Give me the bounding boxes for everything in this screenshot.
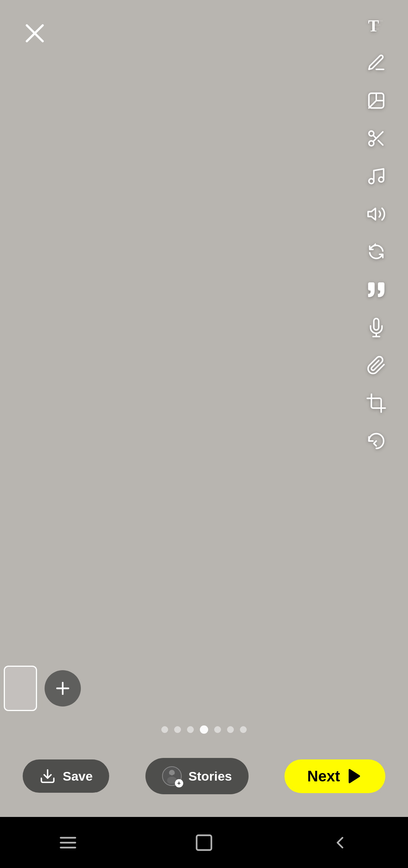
undo-icon[interactable]	[363, 427, 390, 455]
home-icon[interactable]	[194, 833, 214, 852]
dot-7[interactable]	[240, 726, 247, 733]
bottom-left-area	[0, 666, 81, 711]
next-label: Next	[307, 768, 340, 785]
svg-text:T: T	[368, 17, 379, 35]
dot-5[interactable]	[214, 726, 221, 733]
page-dots	[161, 725, 247, 734]
svg-marker-11	[368, 208, 376, 220]
volume-icon[interactable]	[363, 200, 390, 228]
add-story-plus: +	[175, 779, 183, 787]
svg-line-7	[378, 140, 383, 145]
svg-point-9	[369, 179, 374, 184]
dot-6[interactable]	[227, 726, 234, 733]
menu-icon[interactable]	[58, 833, 78, 852]
dot-3[interactable]	[187, 726, 194, 733]
right-toolbar: T	[363, 11, 390, 455]
sticker-icon[interactable]	[363, 87, 390, 114]
music-icon[interactable]	[363, 163, 390, 190]
story-thumbnail[interactable]	[4, 666, 37, 711]
dot-2[interactable]	[174, 726, 181, 733]
next-button[interactable]: Next	[284, 759, 385, 793]
svg-point-10	[379, 177, 384, 182]
mic-icon[interactable]	[363, 314, 390, 341]
close-button[interactable]	[20, 18, 50, 48]
scissors-icon[interactable]	[363, 125, 390, 152]
link-icon[interactable]	[363, 352, 390, 379]
svg-line-8	[373, 135, 376, 138]
save-label: Save	[63, 769, 93, 784]
quote-icon[interactable]	[363, 276, 390, 303]
add-button[interactable]	[45, 670, 81, 707]
svg-point-19	[169, 770, 175, 776]
dot-4[interactable]	[200, 725, 208, 734]
stories-label: Stories	[189, 769, 232, 784]
stories-button[interactable]: + Stories	[145, 758, 249, 794]
save-button[interactable]: Save	[23, 759, 109, 793]
draw-icon[interactable]	[363, 49, 390, 76]
canvas: T	[0, 0, 408, 817]
text-icon[interactable]: T	[363, 11, 390, 39]
back-icon[interactable]	[330, 833, 350, 852]
dot-1[interactable]	[161, 726, 168, 733]
svg-marker-21	[349, 770, 359, 783]
remix-icon[interactable]	[363, 238, 390, 266]
bottom-bar: Save + Stories	[0, 758, 408, 794]
svg-rect-25	[197, 835, 212, 850]
android-nav-bar	[0, 817, 408, 868]
crop-icon[interactable]	[363, 390, 390, 417]
